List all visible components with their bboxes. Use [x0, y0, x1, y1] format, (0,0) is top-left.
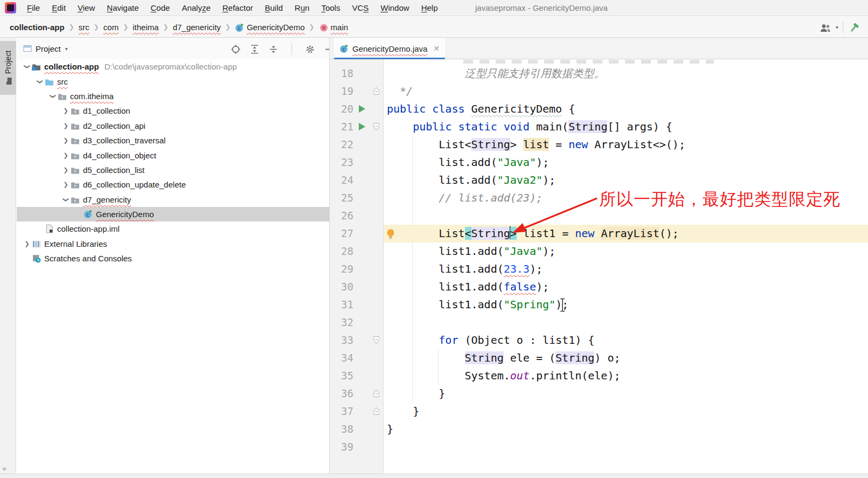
line-number[interactable]: 26	[330, 207, 353, 225]
breadcrumb-item-com[interactable]: com	[103, 23, 119, 32]
menu-code[interactable]: Code	[145, 0, 176, 16]
menu-navigate[interactable]: Navigate	[101, 0, 144, 16]
menu-view[interactable]: View	[72, 0, 101, 16]
line-number[interactable]: 18	[330, 65, 353, 82]
breadcrumb-item-collection-app[interactable]: collection-app	[10, 23, 65, 32]
tree-item-com-itheima[interactable]: ❯com.itheima	[17, 89, 330, 103]
code-line-36[interactable]: 36 }	[330, 385, 868, 403]
fold-marker-icon[interactable]	[373, 87, 380, 96]
fold-marker-icon[interactable]	[373, 122, 380, 131]
line-number[interactable]: 34	[330, 349, 353, 367]
fold-marker-icon[interactable]	[373, 336, 380, 345]
code-line-30[interactable]: 30 list1.add(false);	[330, 278, 868, 296]
line-number[interactable]: 21	[330, 118, 353, 136]
tree-chevron-icon[interactable]: ❯	[50, 91, 57, 101]
tree-chevron-icon[interactable]: ❯	[22, 240, 32, 247]
menu-window[interactable]: Window	[374, 0, 415, 16]
code-line-23[interactable]: 23 list.add("Java");	[330, 154, 868, 171]
code-line-24[interactable]: 24 list.add("Java2");	[330, 171, 868, 189]
tree-item-d1-collection[interactable]: ❯d1_collection	[17, 103, 330, 118]
menu-analyze[interactable]: Analyze	[176, 0, 216, 16]
tree-chevron-icon[interactable]: ❯	[61, 107, 71, 114]
users-icon[interactable]	[820, 23, 831, 33]
tree-item-src[interactable]: ❯src	[17, 74, 330, 88]
intellij-logo-icon[interactable]	[5, 2, 16, 13]
tree-item-d4-collection-object[interactable]: ❯d4_collection_object	[17, 148, 330, 162]
project-panel-title[interactable]: Project	[36, 44, 61, 53]
chevron-down-icon[interactable]: ▾	[65, 46, 68, 52]
line-number[interactable]: 29	[330, 260, 353, 278]
settings-gear-icon[interactable]	[305, 44, 315, 54]
code-line-29[interactable]: 29 list1.add(23.3);	[330, 260, 868, 278]
close-icon[interactable]: ✕	[433, 44, 440, 53]
code-line-28[interactable]: 28 list1.add("Java");	[330, 243, 868, 260]
tree-chevron-icon[interactable]: ❯	[24, 62, 31, 72]
tree-item-d2-collection-api[interactable]: ❯d2_collection_api	[17, 119, 330, 133]
line-number[interactable]: 33	[330, 331, 353, 349]
code-line-22[interactable]: 22 List<String> list = new ArrayList<>()…	[330, 136, 868, 154]
run-gutter-icon[interactable]	[359, 123, 365, 130]
run-gutter-icon[interactable]	[359, 105, 365, 113]
locate-icon[interactable]	[231, 44, 241, 54]
tree-item-collection-app[interactable]: ❯collection-appD:\code\javasepromax\coll…	[17, 59, 330, 74]
code-line-31[interactable]: 31 list1.add("Spring");	[330, 296, 868, 314]
code-line-37[interactable]: 37 }	[330, 403, 868, 420]
code-line-27[interactable]: 27 List<String> list1 = new ArrayList();	[330, 225, 868, 243]
menu-help[interactable]: Help	[415, 0, 444, 16]
code-line-18[interactable]: 18 泛型只能支持引用数据类型。	[330, 65, 868, 82]
line-number[interactable]: 20	[330, 100, 353, 118]
code-line-21[interactable]: 21 public static void main(String[] args…	[330, 118, 868, 136]
line-number[interactable]: 28	[330, 243, 353, 260]
chevron-down-icon[interactable]: ▾	[836, 24, 838, 30]
breadcrumb-item-genericitydemo[interactable]: GenericityDemo	[247, 23, 305, 32]
line-number[interactable]: 19	[330, 82, 353, 100]
line-number[interactable]: 25	[330, 189, 353, 207]
menu-tools[interactable]: Tools	[315, 0, 346, 16]
line-number[interactable]: 36	[330, 385, 353, 403]
code-line-33[interactable]: 33 for (Object o : list1) {	[330, 331, 868, 349]
tab-genericitydemo[interactable]: c GenericityDemo.java ✕	[334, 38, 445, 59]
expand-all-icon[interactable]	[249, 44, 260, 54]
line-number[interactable]: 38	[330, 420, 353, 438]
code-line-38[interactable]: 38}	[330, 420, 868, 438]
code-line-20[interactable]: 20public class GenericityDemo {	[330, 100, 868, 118]
line-number[interactable]: 39	[330, 438, 353, 456]
tree-chevron-icon[interactable]: ❯	[61, 181, 71, 188]
line-number[interactable]: 24	[330, 171, 353, 189]
menu-run[interactable]: Run	[289, 0, 316, 16]
build-hammer-icon[interactable]	[848, 22, 860, 34]
tree-item-genericitydemo[interactable]: cGenericityDemo	[17, 207, 330, 221]
breadcrumb-item-d7_genericity[interactable]: d7_genericity	[173, 23, 221, 32]
menu-vcs[interactable]: VCS	[346, 0, 374, 16]
line-number[interactable]: 31	[330, 296, 353, 314]
collapse-all-icon[interactable]	[268, 44, 279, 54]
fold-marker-icon[interactable]	[373, 407, 380, 416]
tree-chevron-icon[interactable]: ❯	[61, 137, 71, 144]
tree-item-d6-collection-update-delete[interactable]: ❯d6_collection_update_delete	[17, 177, 330, 192]
menu-edit[interactable]: Edit	[46, 0, 72, 16]
line-number[interactable]: 27	[330, 225, 353, 243]
breadcrumb-item-itheima[interactable]: itheima	[133, 23, 158, 32]
tree-chevron-icon[interactable]: ❯	[37, 77, 44, 86]
fold-marker-icon[interactable]	[373, 389, 380, 398]
line-number[interactable]: 35	[330, 367, 353, 385]
breadcrumb-item-main[interactable]: main	[331, 23, 349, 32]
code-line-34[interactable]: 34 String ele = (String) o;	[330, 349, 868, 367]
tree-item-d7-genericity[interactable]: ❯d7_genericity	[17, 192, 330, 207]
line-number[interactable]: 37	[330, 403, 353, 420]
code-line-39[interactable]: 39	[330, 438, 868, 456]
breadcrumb-item-src[interactable]: src	[79, 23, 89, 32]
tree-chevron-icon[interactable]: ❯	[63, 195, 70, 204]
tree-item-external-libraries[interactable]: ❯External Libraries	[17, 237, 330, 251]
code-line-32[interactable]: 32	[330, 314, 868, 331]
tree-item-d5-collection-list[interactable]: ❯d5_collection_list	[17, 163, 330, 177]
tree-item-d3-collection-traversal[interactable]: ❯d3_collection_traversal	[17, 133, 330, 148]
code-line-35[interactable]: 35 System.out.println(ele);	[330, 367, 868, 385]
line-number[interactable]: 22	[330, 136, 353, 154]
tree-chevron-icon[interactable]: ❯	[61, 167, 71, 174]
line-number[interactable]: 23	[330, 154, 353, 171]
tree-chevron-icon[interactable]: ❯	[61, 152, 71, 159]
project-stripe-tab[interactable]: Project	[0, 41, 16, 95]
menu-refactor[interactable]: Refactor	[217, 0, 259, 16]
line-number[interactable]: 32	[330, 314, 353, 331]
